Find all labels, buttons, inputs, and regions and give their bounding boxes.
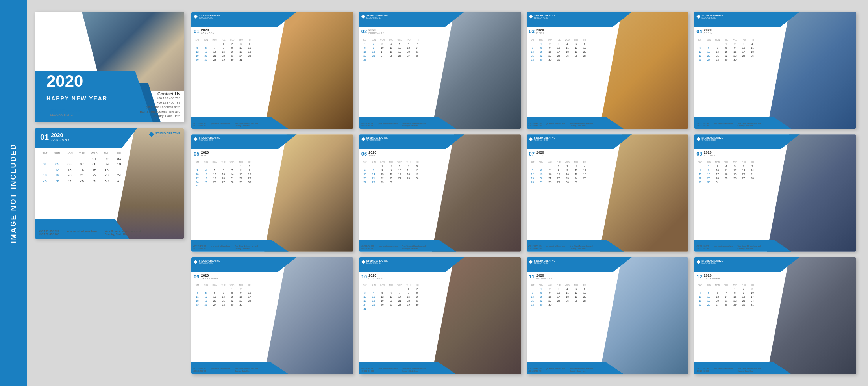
day-cell: [387, 287, 395, 291]
day-cell: 16: [245, 172, 254, 176]
mc-logo: STUDIO CREATIVE SLOGAN HERE: [696, 260, 723, 264]
day-cell: 13: [713, 295, 722, 299]
day-cell: 17: [237, 50, 245, 54]
day-cell: [361, 287, 369, 291]
mc-footer-address: Your Street Address here andCountry, Cod…: [570, 123, 593, 128]
day-cell: 28: [395, 303, 404, 307]
mc-footer-phone: +00 123 456 789+00 123 456 789: [696, 123, 709, 128]
mc-logo-texts: STUDIO CREATIVE SLOGAN HERE: [199, 14, 220, 19]
day-cell: 14: [546, 172, 554, 176]
day-cell: 29: [378, 180, 387, 184]
day-cell: 4: [580, 164, 589, 168]
day-cell: 3: [395, 164, 404, 168]
month-card-march: STUDIO CREATIVE SLOGAN HERE 03 2020 MARC…: [527, 12, 689, 129]
day-cell: 6: [537, 168, 546, 172]
day-cell: 25: [580, 176, 589, 180]
day-cell: 12: [210, 172, 219, 176]
day-cell: 3: [572, 164, 580, 168]
large-jan-month: JANUARY: [51, 138, 70, 142]
mc-calendar: SATSUNMONTUEWEDTHUFRI 123456789101112131…: [696, 161, 757, 184]
day-cell: 24: [748, 299, 757, 303]
day-cell: [395, 287, 404, 291]
mc-month-header: 02 2020 FEBRUARY: [361, 28, 385, 34]
day-cell: 23: [413, 299, 422, 303]
day-cell: 4: [193, 291, 202, 295]
day-cell: 13: [210, 295, 219, 299]
day-cell: 24: [395, 176, 404, 180]
contact-email: your email address here: [139, 105, 180, 109]
mc-month-header: 10 2020 OCTOBER: [361, 274, 383, 280]
day-cell: 4: [722, 164, 731, 168]
day-cell: 8: [237, 168, 245, 172]
day-cell: 12: [572, 291, 580, 295]
day-cell: 4: [563, 42, 572, 46]
month-card-inner: STUDIO CREATIVE SLOGAN HERE 03 2020 MARC…: [527, 12, 689, 129]
day-cell: 7: [210, 46, 219, 50]
mc-year-month: 2020 MAY: [201, 151, 209, 157]
footer-address: Your Street Address here andCountry, Cod…: [105, 230, 141, 236]
day-cell: 12: [413, 168, 422, 172]
day-cell: 13: [219, 172, 228, 176]
day-cell: [202, 42, 210, 46]
mc-footer: +00 123 456 789+00 123 456 789 your emai…: [193, 245, 258, 250]
day-cell: 1: [731, 287, 739, 291]
mc-logo-texts: STUDIO CREATIVE SLOGAN HERE: [534, 14, 555, 19]
mc-logo-slogan: SLOGAN HERE: [199, 139, 220, 142]
mc-year-month: 2020 JUNE: [368, 151, 376, 157]
day-cell: 19: [572, 50, 580, 54]
day-cell: 9: [546, 291, 554, 295]
mc-year: 2020: [704, 274, 720, 277]
mc-year: 2020: [368, 151, 376, 154]
day-cell: 12: [572, 46, 580, 50]
day-cell: 24: [739, 54, 748, 58]
day-cell: 20: [713, 299, 722, 303]
month-card-inner: STUDIO CREATIVE SLOGAN HERE 10 2020 OCTO…: [359, 257, 521, 374]
day-cell: 18: [563, 50, 572, 54]
day-cell: 18: [580, 172, 589, 176]
day-cell: [361, 164, 369, 168]
mc-calendar: SATSUNMONTUEWEDTHUFRI 123456789101112131…: [193, 161, 254, 188]
mc-logo-texts: STUDIO CREATIVE SLOGAN HERE: [199, 137, 220, 141]
day-cell: 14: [748, 168, 757, 172]
day-cell: 11: [404, 168, 413, 172]
mc-footer: +00 123 456 789+00 123 456 789 your emai…: [361, 368, 426, 373]
day-cell: 19: [395, 50, 404, 54]
day-cell: 19: [193, 54, 202, 58]
mc-logo-diamond: [696, 137, 700, 141]
day-cell: 20: [361, 176, 369, 180]
day-cell: 13: [361, 172, 369, 176]
day-cell: 25: [245, 54, 254, 58]
day-cell: [219, 287, 228, 291]
day-cell: 12: [528, 172, 537, 176]
day-cell: 29: [537, 58, 546, 61]
day-cell: 2: [228, 42, 237, 46]
day-cell: 22: [237, 176, 245, 180]
day-cell: 1: [219, 42, 228, 46]
day-cell: [202, 287, 210, 291]
day-cell: 14: [219, 295, 228, 299]
mc-footer-phone: +00 123 456 789+00 123 456 789: [528, 245, 542, 250]
mc-cal-grid: 1234567891011121314151617181920212223242…: [528, 42, 589, 61]
day-cell: 28: [748, 176, 757, 180]
day-cell: 5: [413, 164, 422, 168]
mc-logo-slogan: SLOGAN HERE: [701, 262, 723, 264]
day-cell: 14: [713, 50, 722, 54]
mc-footer: +00 123 456 789+00 123 456 789 your emai…: [528, 368, 593, 373]
mc-logo-slogan: SLOGAN HERE: [366, 17, 388, 19]
day-cell: 15: [219, 50, 228, 54]
day-cell: 10: [378, 46, 387, 50]
day-cell: 28: [528, 303, 537, 307]
day-cell: 20: [537, 176, 546, 180]
day-cell: 13: [580, 46, 589, 50]
day-cell: 10: [713, 168, 722, 172]
mc-cal-grid: 1234567891011121314151617181920212223242…: [193, 42, 254, 61]
mc-logo-texts: STUDIO CREATIVE SLOGAN HERE: [534, 137, 555, 141]
day-cell: 20: [387, 299, 395, 303]
mc-num: 08: [696, 151, 702, 157]
mc-cal-grid: 1234567891011121314151617181920212223242…: [528, 287, 589, 307]
mc-year-month: 2020 APRIL: [704, 28, 713, 34]
mc-year-month: 2020 MARCH: [536, 28, 547, 34]
month-card-inner: STUDIO CREATIVE SLOGAN HERE 07 2020 JULY…: [527, 134, 689, 251]
day-cell: 3: [245, 287, 254, 291]
month-photo: [600, 12, 688, 129]
